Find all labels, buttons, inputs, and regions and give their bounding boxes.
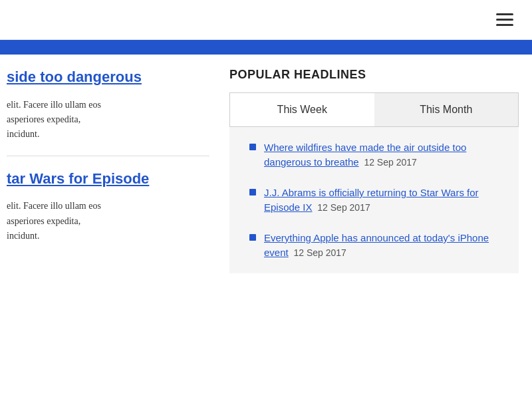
headline-date-3: 12 Sep 2017 — [293, 247, 346, 258]
bullet-icon-3 — [249, 234, 256, 241]
headline-item-2: J.J. Abrams is officially returning to S… — [249, 186, 505, 215]
headlines-list: Where wildfires have made the air outsid… — [229, 127, 519, 273]
tabs-container: This Week This Month — [229, 92, 519, 127]
popular-headlines-title: POPULAR HEADLINES — [229, 68, 519, 82]
article-1-title[interactable]: side too dangerous — [7, 68, 209, 87]
top-nav — [0, 0, 532, 40]
headline-date-1: 12 Sep 2017 — [364, 157, 416, 168]
right-column: POPULAR HEADLINES This Week This Month W… — [223, 55, 532, 399]
headline-text-1: Where wildfires have made the air outsid… — [264, 140, 505, 170]
article-1: side too dangerous elit. Facere illo ull… — [7, 68, 209, 142]
left-column: side too dangerous elit. Facere illo ull… — [0, 55, 223, 399]
article-2-title[interactable]: tar Wars for Episode — [7, 170, 209, 189]
headline-item-1: Where wildfires have made the air outsid… — [249, 140, 505, 170]
headline-date-2: 12 Sep 2017 — [317, 202, 370, 213]
article-divider — [7, 156, 209, 156]
headline-text-3: Everything Apple has announced at today'… — [264, 231, 505, 260]
article-1-body: elit. Facere illo ullam eos asperiores e… — [7, 98, 209, 142]
tab-this-month[interactable]: This Month — [374, 93, 519, 126]
article-2-body: elit. Facere illo ullam eos asperiores e… — [7, 199, 209, 243]
main-content: side too dangerous elit. Facere illo ull… — [0, 55, 532, 399]
bullet-icon-1 — [249, 144, 256, 150]
headline-text-2: J.J. Abrams is officially returning to S… — [264, 186, 505, 215]
bullet-icon-2 — [249, 189, 256, 196]
headline-link-2[interactable]: J.J. Abrams is officially returning to S… — [264, 187, 479, 213]
tab-this-week[interactable]: This Week — [230, 93, 374, 126]
accent-bar — [0, 40, 532, 55]
headline-item-3: Everything Apple has announced at today'… — [249, 231, 505, 260]
article-2: tar Wars for Episode elit. Facere illo u… — [7, 170, 209, 244]
hamburger-menu-icon[interactable] — [491, 8, 519, 31]
